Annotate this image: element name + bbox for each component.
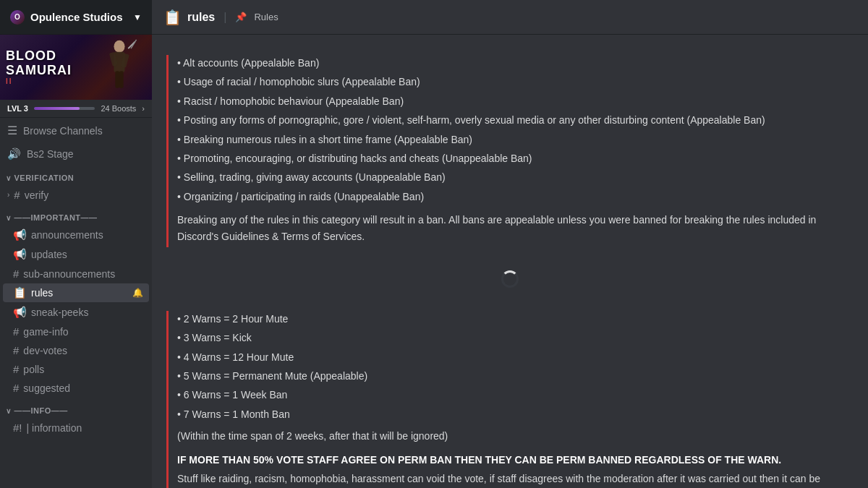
category-important[interactable]: ∨ ——IMPORTANT—— xyxy=(0,205,152,225)
channel-verify-label: verify xyxy=(25,189,143,201)
category-label: VERIFICATION xyxy=(14,174,75,182)
main-content: 📋 rules | 📌 Rules • Alt accounts (Appeal… xyxy=(152,0,868,488)
category-label-2: ——IMPORTANT—— xyxy=(14,213,98,222)
channel-announcements[interactable]: 📢 announcements xyxy=(3,226,149,244)
ban-rule-3: • Racist / homophobic behaviour (Appeala… xyxy=(177,93,854,109)
channel-information-label: | information xyxy=(27,422,143,434)
ban-rule-5: • Breaking numerous rules in a short tim… xyxy=(177,132,854,147)
banner-overlay: BLOOD SAMURAI II xyxy=(0,35,152,100)
game-info-icon: # xyxy=(13,325,19,338)
browse-icon: ☰ xyxy=(7,124,17,137)
sidebar: O Opulence Studios ▼ BLOOD SAMURAI II xyxy=(0,0,152,488)
banner-subtitle: II xyxy=(6,77,72,85)
staff-vote-block: IF MORE THAN 50% VOTE STAFF AGREE ON PER… xyxy=(177,452,854,488)
stage-item[interactable]: 🔊 Bs2 Stage xyxy=(0,143,152,165)
sub-announcements-icon: # xyxy=(13,267,19,280)
server-banner: BLOOD SAMURAI II xyxy=(0,35,152,100)
channel-sneak-peeks[interactable]: 📢 sneak-peeks xyxy=(3,303,149,322)
svg-rect-5 xyxy=(119,71,124,88)
suggested-icon: # xyxy=(13,382,19,394)
ban-footer-paragraph: Breaking any of the rules in this catego… xyxy=(177,212,854,244)
verify-caret-icon: › xyxy=(7,191,9,199)
category-label-3: ——INFO—— xyxy=(14,406,68,415)
svg-rect-4 xyxy=(115,71,119,88)
warn-timespan-text: (Within the time span of 2 weeks, after … xyxy=(177,428,854,444)
ban-rule-8: • Organizing / participating in raids (U… xyxy=(177,189,854,205)
channel-updates[interactable]: 📢 updates xyxy=(3,245,149,264)
category-caret-icon: ∨ xyxy=(6,174,12,182)
channel-suggested-label: suggested xyxy=(23,382,143,394)
warn-rule-2: • 3 Warns = Kick xyxy=(177,330,854,346)
notification-bell-icon: 🔔 xyxy=(132,288,143,298)
category-verification[interactable]: ∨ VERIFICATION xyxy=(0,165,152,185)
channel-polls-label: polls xyxy=(23,364,143,375)
warn-rule-4: • 5 Warns = Permanent Mute (Appealable) xyxy=(177,368,854,384)
samurai-figure-icon xyxy=(101,38,137,96)
server-header[interactable]: O Opulence Studios ▼ xyxy=(0,0,152,35)
rules-icon: 📋 xyxy=(13,286,27,299)
warn-rule-1: • 2 Warns = 2 Hour Mute xyxy=(177,311,854,327)
ban-rule-2: • Usage of racial / homophobic slurs (Ap… xyxy=(177,74,854,90)
channel-updates-label: updates xyxy=(31,249,143,260)
browse-channels-label: Browse Channels xyxy=(23,125,103,137)
channel-dev-votes-label: dev-votes xyxy=(23,345,143,356)
ban-rule-7: • Selling, trading, giving away accounts… xyxy=(177,169,854,185)
server-name-row: O Opulence Studios xyxy=(10,10,123,25)
polls-icon: # xyxy=(13,363,19,375)
channel-announcements-label: announcements xyxy=(31,229,143,241)
chevron-down-icon: ▼ xyxy=(133,12,142,22)
category-caret-icon-2: ∨ xyxy=(6,214,12,222)
stage-label: Bs2 Stage xyxy=(27,148,74,160)
category-info[interactable]: ∨ ——INFO—— xyxy=(0,398,152,418)
sneak-peeks-icon: 📢 xyxy=(13,306,27,319)
staff-vote-bold-text: IF MORE THAN 50% VOTE STAFF AGREE ON PER… xyxy=(177,452,854,468)
channel-rules[interactable]: 📋 rules 🔔 xyxy=(3,283,149,302)
channel-polls[interactable]: # polls xyxy=(3,360,149,378)
warn-rules-section: • 2 Warns = 2 Hour Mute • 3 Warns = Kick… xyxy=(166,311,854,488)
banner-title-2: SAMURAI xyxy=(6,64,72,78)
boost-count[interactable]: 24 Boosts xyxy=(101,104,136,113)
channel-verify[interactable]: › # verify xyxy=(3,186,149,204)
chevron-right-icon: › xyxy=(142,104,145,113)
channel-game-info-label: game-info xyxy=(23,326,143,338)
category-caret-icon-3: ∨ xyxy=(6,407,12,415)
ban-rule-4: • Posting any forms of pornographic, gor… xyxy=(177,112,854,128)
warn-rule-3: • 4 Warns = 12 Hour Mute xyxy=(177,349,854,365)
boost-bar-section: LVL 3 24 Boosts › xyxy=(0,100,152,118)
information-icon: #! xyxy=(13,421,22,434)
server-name: Opulence Studios xyxy=(30,11,123,23)
channel-list: ∨ VERIFICATION › # verify ∨ ——IMPORTANT—… xyxy=(0,165,152,488)
channel-sub-announcements[interactable]: # sub-announcements xyxy=(3,265,149,283)
channel-information[interactable]: #! | information xyxy=(3,419,149,437)
ban-rules-section: • Alt accounts (Appealable Ban) • Usage … xyxy=(166,55,854,247)
content-area: • Alt accounts (Appealable Ban) • Usage … xyxy=(152,35,868,488)
ban-footer-text: Breaking any of the rules in this catego… xyxy=(177,212,854,244)
warn-timespan-block: (Within the time span of 2 weeks, after … xyxy=(177,428,854,444)
stage-icon: 🔊 xyxy=(7,147,21,160)
ban-rule-6: • Promoting, encouraging, or distributin… xyxy=(177,150,854,166)
channel-dev-votes[interactable]: # dev-votes xyxy=(3,341,149,359)
announcements-icon: 📢 xyxy=(13,228,27,241)
banner-text-block: BLOOD SAMURAI II xyxy=(6,49,72,86)
ban-rule-1: • Alt accounts (Appealable Ban) xyxy=(177,55,854,71)
staff-vote-detail-text: Stuff like raiding, racism, homophobia, … xyxy=(177,471,854,488)
boost-progress-fill xyxy=(34,107,80,110)
channel-rules-label: rules xyxy=(31,287,128,299)
updates-icon: 📢 xyxy=(13,248,27,261)
ban-rules-list: • Alt accounts (Appealable Ban) • Usage … xyxy=(177,55,854,205)
level-badge: LVL 3 xyxy=(7,104,28,113)
server-avatar: O xyxy=(10,10,25,25)
browse-channels-button[interactable]: ☰ Browse Channels xyxy=(0,118,152,143)
pinned-icon: 📌 xyxy=(235,12,247,22)
channel-header-name: rules xyxy=(187,11,215,24)
channel-header: 📋 rules | 📌 Rules xyxy=(152,0,868,35)
warn-rules-list: • 2 Warns = 2 Hour Mute • 3 Warns = Kick… xyxy=(177,311,854,422)
pinned-label: Rules xyxy=(254,12,278,22)
banner-title: BLOOD xyxy=(6,49,72,64)
channel-suggested[interactable]: # suggested xyxy=(3,379,149,397)
loading-spinner xyxy=(501,270,519,288)
loading-spinner-area xyxy=(166,256,854,302)
channel-hash-icon: # xyxy=(14,189,20,201)
warn-rule-6: • 7 Warns = 1 Month Ban xyxy=(177,406,854,422)
channel-game-info[interactable]: # game-info xyxy=(3,322,149,341)
